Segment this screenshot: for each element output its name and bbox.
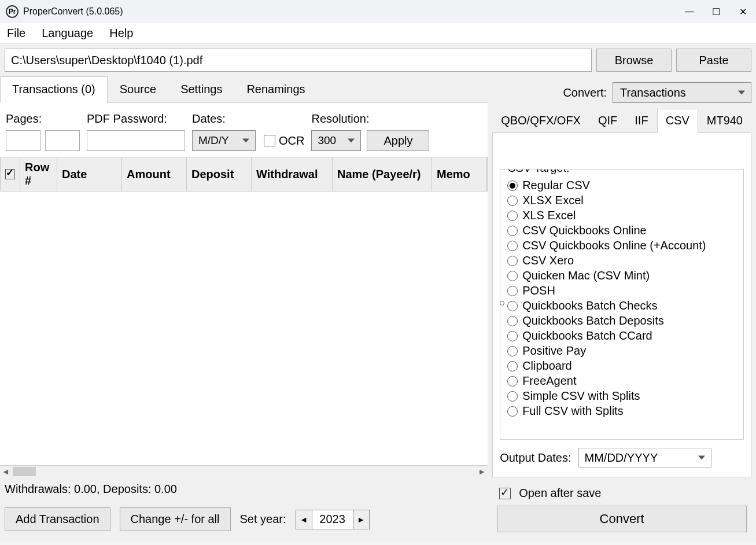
- radio-icon: [507, 361, 518, 371]
- radio-icon: [507, 301, 518, 311]
- ocr-checkbox[interactable]: OCR: [264, 130, 304, 151]
- grid-body: [0, 192, 488, 465]
- year-value: 2023: [312, 510, 353, 529]
- csv-target-option-label: Regular CSV: [522, 179, 590, 192]
- outtab-qbo[interactable]: QBO/QFX/OFX: [492, 109, 589, 132]
- csv-target-option[interactable]: Quickbooks Batch Deposits: [507, 314, 736, 327]
- menu-language[interactable]: Language: [42, 27, 93, 40]
- add-transaction-button[interactable]: Add Transaction: [5, 507, 110, 531]
- csv-target-option-label: XLSX Excel: [522, 194, 584, 207]
- year-increment-icon[interactable]: ►: [353, 510, 369, 529]
- csv-target-option[interactable]: CSV Quickbooks Online (+Account): [507, 239, 736, 252]
- pdf-password-input[interactable]: [87, 130, 185, 151]
- tab-renamings[interactable]: Renamings: [234, 76, 317, 102]
- csv-target-option[interactable]: Regular CSV: [507, 179, 736, 192]
- radio-icon: [507, 346, 518, 356]
- csv-target-option[interactable]: Quickbooks Batch CCard: [507, 329, 736, 343]
- grid-col-date[interactable]: Date: [57, 157, 122, 191]
- scroll-thumb[interactable]: [13, 467, 36, 476]
- csv-target-option[interactable]: CSV Xero: [507, 254, 736, 267]
- csv-target-option[interactable]: CSV Quickbooks Online: [507, 224, 736, 237]
- grid-col-row[interactable]: Row #: [20, 157, 57, 191]
- csv-target-option[interactable]: Positive Pay: [507, 344, 736, 358]
- csv-target-option[interactable]: Clipboard: [507, 359, 736, 373]
- scroll-right-icon[interactable]: ►: [476, 467, 488, 476]
- radio-icon: [507, 331, 518, 341]
- radio-icon: [507, 211, 518, 221]
- close-button[interactable]: ✕: [729, 0, 756, 23]
- grid-col-amount[interactable]: Amount: [122, 157, 187, 191]
- menu-help[interactable]: Help: [109, 27, 133, 40]
- minimize-button[interactable]: —: [676, 0, 703, 23]
- totals-status: Withdrawals: 0.00, Deposits: 0.00: [0, 477, 488, 502]
- year-stepper[interactable]: ◄ 2023 ►: [296, 510, 370, 529]
- radio-icon: [507, 226, 518, 236]
- set-year-label: Set year:: [240, 513, 286, 526]
- radio-icon: [507, 256, 518, 266]
- csv-target-option[interactable]: Simple CSV with Splits: [507, 389, 736, 403]
- scroll-left-icon[interactable]: ◄: [0, 467, 12, 476]
- browse-button[interactable]: Browse: [596, 49, 672, 72]
- year-decrement-icon[interactable]: ◄: [296, 510, 312, 529]
- paste-button[interactable]: Paste: [676, 49, 751, 72]
- csv-panel: CSV Target: Regular CSVXLSX ExcelXLS Exc…: [492, 133, 751, 477]
- csv-target-option-label: Full CSV with Splits: [522, 404, 624, 418]
- pages-from-input[interactable]: [6, 130, 40, 151]
- csv-target-option-label: Simple CSV with Splits: [522, 389, 640, 403]
- radio-icon: [507, 181, 518, 191]
- outtab-csv[interactable]: CSV: [657, 109, 698, 133]
- grid-col-deposit[interactable]: Deposit: [187, 157, 252, 191]
- app-icon: Pr: [6, 5, 19, 18]
- csv-target-option-label: Positive Pay: [522, 344, 586, 358]
- radio-icon: [507, 406, 518, 417]
- radio-icon: [507, 196, 518, 206]
- tab-source[interactable]: Source: [108, 76, 168, 102]
- pages-label: Pages:: [6, 112, 80, 126]
- outtab-iif[interactable]: IIF: [626, 109, 657, 132]
- csv-target-option-label: FreeAgent: [522, 374, 576, 388]
- csv-target-option-label: XLS Excel: [522, 209, 576, 222]
- csv-target-option-label: Quickbooks Batch Deposits: [522, 314, 664, 327]
- menubar: File Language Help: [0, 23, 756, 44]
- csv-target-option-label: CSV Quickbooks Online: [522, 224, 647, 237]
- outtab-qif[interactable]: QIF: [589, 109, 626, 132]
- grid-col-memo[interactable]: Memo: [432, 157, 487, 191]
- csv-target-option-label: Quicken Mac (CSV Mint): [522, 269, 650, 282]
- csv-target-option[interactable]: XLS Excel: [507, 209, 736, 222]
- radio-icon: [507, 316, 518, 326]
- tab-transactions[interactable]: Transactions (0): [0, 76, 108, 103]
- grid-col-name[interactable]: Name (Payee/r): [333, 157, 432, 191]
- pages-to-input[interactable]: [45, 130, 80, 151]
- dates-format-select[interactable]: M/D/Y: [192, 130, 256, 151]
- radio-icon: [507, 376, 518, 386]
- resolution-select[interactable]: 300: [311, 130, 361, 151]
- horizontal-scrollbar[interactable]: ◄ ►: [0, 465, 488, 477]
- grid-col-withdrawal[interactable]: Withdrawal: [252, 157, 333, 191]
- change-sign-button[interactable]: Change +/- for all: [120, 507, 231, 531]
- apply-button[interactable]: Apply: [367, 130, 429, 151]
- maximize-button[interactable]: ☐: [703, 0, 729, 23]
- pdf-password-label: PDF Password:: [87, 112, 185, 126]
- csv-target-option[interactable]: POSH: [507, 284, 736, 297]
- open-after-save-checkbox[interactable]: Open after save: [492, 477, 751, 506]
- convert-button[interactable]: Convert: [497, 506, 747, 532]
- convert-select[interactable]: Transactions: [613, 82, 751, 103]
- radio-icon: [507, 241, 518, 251]
- tab-settings[interactable]: Settings: [168, 76, 234, 102]
- csv-target-option[interactable]: Full CSV with Splits: [507, 404, 736, 418]
- csv-target-fieldset: CSV Target: Regular CSVXLSX ExcelXLS Exc…: [500, 169, 744, 440]
- file-path-input[interactable]: [5, 49, 592, 72]
- grid-checkall[interactable]: [1, 157, 20, 191]
- radio-icon: [507, 286, 518, 296]
- titlebar: Pr ProperConvert (5.0.065) — ☐ ✕: [0, 0, 756, 23]
- csv-target-option[interactable]: FreeAgent: [507, 374, 736, 388]
- splitter-handle-icon[interactable]: [500, 301, 504, 305]
- csv-target-option-label: CSV Xero: [522, 254, 574, 267]
- csv-target-option[interactable]: Quickbooks Batch Checks: [507, 299, 736, 312]
- menu-file[interactable]: File: [7, 27, 25, 40]
- outtab-mt940[interactable]: MT940: [698, 109, 751, 132]
- output-dates-select[interactable]: MM/DD/YYYY: [578, 448, 711, 467]
- csv-target-option[interactable]: Quicken Mac (CSV Mint): [507, 269, 736, 282]
- radio-icon: [507, 271, 518, 281]
- csv-target-option[interactable]: XLSX Excel: [507, 194, 736, 207]
